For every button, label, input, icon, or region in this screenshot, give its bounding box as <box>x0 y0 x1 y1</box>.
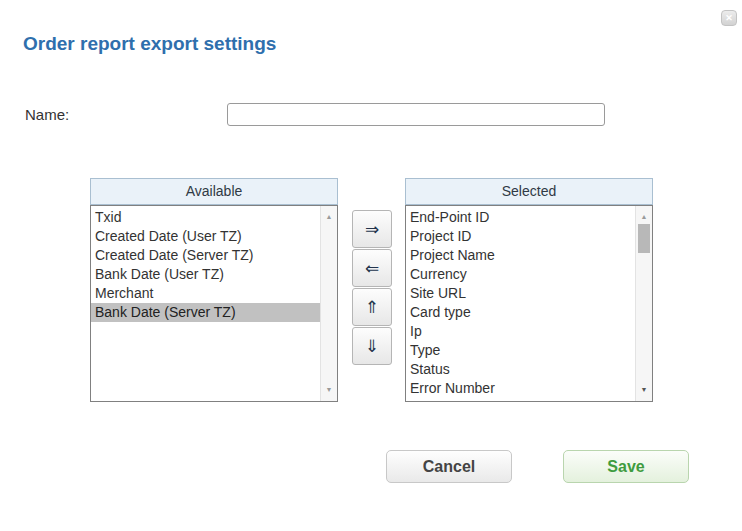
move-down-icon[interactable]: ⇓ <box>352 327 392 365</box>
name-label: Name: <box>25 106 69 123</box>
list-item[interactable]: Status <box>406 360 635 379</box>
list-item[interactable]: Bank Date (User TZ) <box>91 265 320 284</box>
list-item[interactable]: Project Name <box>406 246 635 265</box>
list-item[interactable]: Site URL <box>406 284 635 303</box>
selected-list-items: End-Point IDProject IDProject NameCurren… <box>406 206 635 401</box>
scroll-down-icon[interactable]: ▼ <box>321 383 337 397</box>
list-item[interactable]: Type <box>406 341 635 360</box>
selected-list-header: Selected <box>405 178 653 205</box>
selected-scrollbar[interactable]: ▲ ▼ <box>635 206 652 401</box>
move-right-icon[interactable]: ⇒ <box>352 210 392 248</box>
list-item[interactable]: Card type <box>406 303 635 322</box>
list-item[interactable]: Ip <box>406 322 635 341</box>
available-listbox[interactable]: TxidCreated Date (User TZ)Created Date (… <box>90 205 338 402</box>
list-item[interactable]: End-Point ID <box>406 208 635 227</box>
cancel-button[interactable]: Cancel <box>386 450 512 483</box>
list-item[interactable]: Created Date (Server TZ) <box>91 246 320 265</box>
save-button[interactable]: Save <box>563 450 689 483</box>
list-item[interactable]: Project ID <box>406 227 635 246</box>
selected-listbox[interactable]: End-Point IDProject IDProject NameCurren… <box>405 205 653 402</box>
available-list-header: Available <box>90 178 338 205</box>
scrollbar-thumb[interactable] <box>638 224 650 253</box>
list-item[interactable]: Created Date (User TZ) <box>91 227 320 246</box>
name-input[interactable] <box>227 103 605 126</box>
move-left-icon[interactable]: ⇐ <box>352 249 392 287</box>
list-item[interactable]: Txid <box>91 208 320 227</box>
list-item[interactable]: Bank Date (Server TZ) <box>91 303 320 322</box>
list-item[interactable]: Merchant <box>91 284 320 303</box>
order-report-export-settings-dialog: ✕ Order report export settings Name: Ava… <box>0 0 742 531</box>
available-list-items: TxidCreated Date (User TZ)Created Date (… <box>91 206 320 401</box>
move-up-icon[interactable]: ⇑ <box>352 288 392 326</box>
scroll-up-icon[interactable]: ▲ <box>636 210 652 224</box>
available-scrollbar[interactable]: ▲ ▼ <box>320 206 337 401</box>
scroll-up-icon[interactable]: ▲ <box>321 210 337 224</box>
dialog-title: Order report export settings <box>23 33 276 55</box>
scroll-down-icon[interactable]: ▼ <box>636 383 652 397</box>
close-icon[interactable]: ✕ <box>721 10 737 26</box>
list-item[interactable]: Error Number <box>406 379 635 398</box>
list-item[interactable]: Currency <box>406 265 635 284</box>
